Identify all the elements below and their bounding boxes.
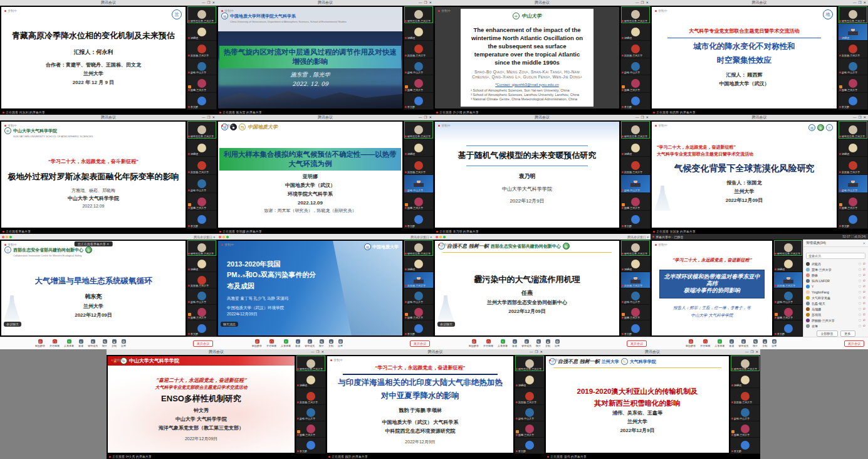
- maximize-icon[interactable]: ❐: [858, 0, 861, 6]
- participant-video[interactable]: 胡晓明: [839, 24, 867, 41]
- member-row[interactable]: 武晓丹▢∅: [803, 261, 868, 266]
- participant-video[interactable]: 胡晓明: [404, 256, 433, 272]
- close-icon[interactable]: ✕: [540, 349, 543, 355]
- minimize-icon[interactable]: [6, 236, 8, 238]
- toolbar-share-screen-button[interactable]: ↑共享屏幕: [281, 339, 291, 347]
- participant-video[interactable]: 研究生培养-兰州大学: [731, 356, 760, 371]
- participant-video[interactable]: 李文静: [404, 320, 433, 336]
- participant-video[interactable]: 李文静: [404, 211, 433, 228]
- member-row[interactable]: 静姝▢∅: [803, 272, 868, 278]
- participant-video[interactable]: 刘亚楠-兰州大学: [404, 157, 433, 174]
- watching-share-pill[interactable]: 您正在观看屏幕共享 ✕: [75, 241, 113, 246]
- maximize-icon[interactable]: ❐: [424, 0, 427, 6]
- maximize-icon[interactable]: ❐: [535, 349, 538, 355]
- member-row[interactable]: 孔磊-铭天▢∅: [803, 300, 868, 306]
- participant-video[interactable]: 刘亚楠-兰州大学: [621, 157, 650, 174]
- participant-video[interactable]: 刘亚楠-兰州大学: [187, 157, 216, 174]
- toolbar-settings-button[interactable]: ⚙设置: [555, 339, 560, 347]
- participant-video[interactable]: 研究生培养-兰州大学: [621, 6, 650, 23]
- participant-video[interactable]: 李文静: [187, 211, 216, 228]
- member-row[interactable]: 马瑞娜▢∅: [803, 306, 868, 312]
- participant-video[interactable]: 李文静: [515, 438, 544, 453]
- member-row[interactable]: 慧琳-兰州大学▢∅: [803, 266, 868, 272]
- participant-video[interactable]: 胡晓明: [187, 24, 216, 41]
- participant-video[interactable]: 胡晓明: [296, 372, 325, 388]
- toolbar-members-button[interactable]: ≡管理成员: [521, 339, 531, 347]
- minimize-icon[interactable]: —: [853, 0, 857, 6]
- participant-video[interactable]: 赵锋-中山大学: [774, 288, 802, 304]
- minimize-icon[interactable]: —: [311, 349, 315, 355]
- member-row[interactable]: SUN LNFOR▢∅: [803, 278, 868, 283]
- participant-video[interactable]: 陈曦-兰州大学: [621, 193, 650, 211]
- leave-meeting-button[interactable]: 离开会议: [844, 340, 864, 347]
- close-icon[interactable]: ✕: [429, 115, 432, 120]
- close-icon[interactable]: [436, 236, 438, 238]
- close-icon[interactable]: ✕: [646, 0, 649, 6]
- participant-video[interactable]: 研究生培养-兰州大学: [515, 356, 544, 371]
- participant-video[interactable]: 刘亚楠-兰州大学: [515, 388, 544, 404]
- participant-video[interactable]: 胡晓明: [515, 372, 544, 388]
- participant-video[interactable]: 李文静: [621, 211, 650, 228]
- participant-video[interactable]: 李文静: [187, 93, 216, 110]
- toolbar-share-screen-button[interactable]: ↑共享屏幕: [64, 339, 74, 347]
- panel-close-icon[interactable]: ✕: [862, 241, 865, 245]
- member-row[interactable]: 金琳▢∅: [803, 323, 868, 329]
- minimize-icon[interactable]: [439, 236, 442, 238]
- participant-video[interactable]: 刘亚楠-兰州大学: [774, 272, 802, 288]
- participant-video[interactable]: 李文静: [839, 211, 867, 228]
- participant-video[interactable]: 李文静: [774, 320, 802, 336]
- toolbar-invite-button[interactable]: +邀请: [729, 339, 734, 347]
- maximize-icon[interactable]: ❐: [207, 0, 210, 6]
- toolbar-settings-button[interactable]: ⚙设置: [121, 339, 126, 347]
- toolbar-settings-button[interactable]: ⚙设置: [338, 339, 343, 347]
- participant-video[interactable]: 胡晓明: [839, 139, 867, 157]
- participant-video[interactable]: 赵锋-中山大学: [404, 288, 433, 304]
- participant-video[interactable]: 陈曦-兰州大学: [404, 75, 433, 92]
- minimize-icon[interactable]: —: [853, 115, 857, 120]
- participant-video[interactable]: 陈曦-兰州大学: [404, 305, 433, 320]
- participant-video[interactable]: 李文静: [621, 320, 650, 336]
- participant-video[interactable]: 赵锋-中山大学: [839, 58, 867, 75]
- participant-video[interactable]: 陈曦-兰州大学: [187, 75, 216, 92]
- participant-video[interactable]: 陈曦-兰州大学: [187, 305, 216, 320]
- toolbar-mute-button[interactable]: ∅解除静音: [469, 339, 479, 347]
- participant-video[interactable]: 陈曦-兰州大学: [839, 75, 867, 92]
- toolbar-record-button[interactable]: ●录制: [545, 339, 550, 347]
- participant-video[interactable]: 刘亚楠-兰州大学: [187, 41, 216, 58]
- maximize-icon[interactable]: ❐: [858, 115, 861, 120]
- leave-meeting-button[interactable]: 离开会议: [410, 340, 430, 347]
- chat-bubble-chip[interactable]: 聊天消息: [221, 322, 238, 327]
- participant-video[interactable]: 刘亚楠-兰州大学: [296, 388, 325, 404]
- participant-video[interactable]: 赵锋-中山大学: [187, 288, 216, 304]
- close-icon[interactable]: ✕: [212, 115, 215, 120]
- participant-video[interactable]: 陈曦-兰州大学: [731, 421, 760, 437]
- participant-video[interactable]: 刘亚楠-兰州大学: [404, 41, 433, 58]
- member-row[interactable]: YingbinFang▢∅: [803, 289, 868, 295]
- toolbar-mute-button[interactable]: ∅解除静音: [35, 339, 45, 347]
- maximize-icon[interactable]: ❐: [316, 349, 319, 355]
- toolbar-record-button[interactable]: ●录制: [762, 339, 767, 347]
- minimize-icon[interactable]: —: [635, 115, 639, 120]
- participant-video[interactable]: 陈曦-兰州大学: [296, 421, 325, 437]
- minimize-icon[interactable]: —: [635, 0, 639, 6]
- member-search-input[interactable]: [806, 253, 865, 259]
- chat-bubble-chip[interactable]: 会议聊天: [4, 322, 21, 327]
- participant-video[interactable]: 赵锋-中山大学: [404, 58, 433, 75]
- participant-video[interactable]: 李文静: [731, 438, 760, 453]
- toolbar-invite-button[interactable]: +邀请: [78, 339, 83, 347]
- participant-video[interactable]: 研究生培养-兰州大学: [839, 121, 867, 139]
- participant-video[interactable]: 赵锋-中山大学: [404, 175, 433, 193]
- participant-video[interactable]: 研究生培养-兰州大学: [187, 121, 216, 139]
- close-icon[interactable]: ✕: [429, 0, 432, 6]
- toolbar-camera-button[interactable]: ▢开启视频: [700, 339, 710, 347]
- participant-video[interactable]: 研究生培养-兰州大学: [774, 240, 802, 256]
- participant-video[interactable]: 赵锋-中山大学: [187, 58, 216, 75]
- close-icon[interactable]: ✕: [321, 349, 324, 355]
- participant-video[interactable]: 李文静: [296, 438, 325, 453]
- participant-video[interactable]: 赵锋-中山大学: [187, 175, 216, 193]
- participant-video[interactable]: 赵锋-中山大学: [515, 405, 544, 421]
- participant-video[interactable]: 胡晓明: [404, 139, 433, 157]
- participant-video[interactable]: 刘亚楠-兰州大学: [404, 272, 433, 288]
- participant-video[interactable]: 刘亚楠-兰州大学: [839, 41, 867, 58]
- participant-video[interactable]: 胡晓明: [731, 372, 760, 388]
